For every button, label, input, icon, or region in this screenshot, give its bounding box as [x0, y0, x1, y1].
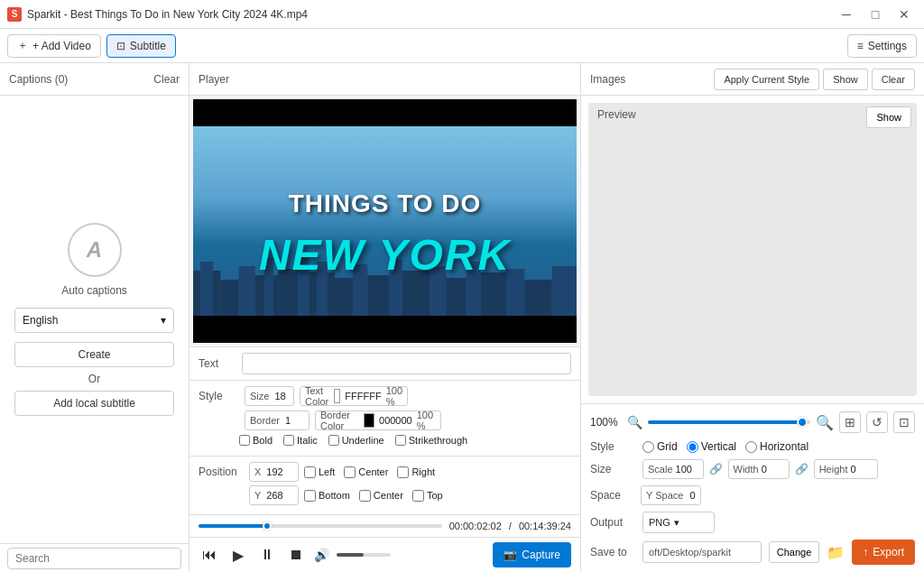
y-value: 268 [266, 490, 282, 501]
auto-icon-letter: A [87, 237, 102, 263]
volume-icon: 🔊 [314, 548, 329, 562]
volume-slider[interactable] [337, 553, 391, 557]
current-time: 00:00:02:02 [449, 521, 502, 531]
save-row: Save to oft/Desktop/sparkit Change 📁 ↑ E… [590, 540, 915, 565]
minimize-button[interactable]: ─ [834, 5, 859, 23]
x-position-checkboxes: Left Center Right [304, 466, 435, 478]
create-button[interactable]: Create [14, 342, 174, 367]
auto-captions-icon: A [68, 223, 122, 277]
add-video-label: + Add Video [32, 40, 91, 52]
maximize-button[interactable]: □ [863, 5, 888, 23]
captions-clear-button[interactable]: Clear [153, 73, 180, 86]
zoom-thumb [797, 417, 808, 428]
zoom-out-icon[interactable]: 🔍 [627, 415, 642, 429]
size-field: Size 18 [245, 386, 294, 406]
text-input[interactable] [242, 353, 571, 374]
settings-button[interactable]: ≡ Settings [847, 34, 917, 58]
border-color-pct: 100 % [417, 410, 436, 431]
images-header-buttons: Apply Current Style Show Clear [714, 69, 915, 90]
video-text-line2: NEW YORK [193, 230, 577, 280]
zoom-slider[interactable] [648, 420, 810, 424]
text-color-box[interactable] [334, 389, 340, 403]
capture-button[interactable]: 📷 Capture [493, 542, 571, 567]
zoom-in-icon[interactable]: 🔍 [816, 414, 834, 431]
style-radio-group: Grid Vertical Horizontal [642, 440, 808, 453]
images-header: Images Apply Current Style Show Clear [581, 63, 924, 96]
close-button[interactable]: ✕ [892, 5, 917, 23]
italic-checkbox[interactable]: Italic [283, 435, 318, 446]
style-row-2: Border 1 Border Color 000000 100 % [199, 411, 571, 430]
height-value: 0 [850, 464, 873, 475]
save-path: oft/Desktop/sparkit [642, 541, 762, 563]
search-input[interactable] [7, 548, 181, 569]
border-color-box[interactable] [364, 413, 374, 428]
zoom-original-button[interactable]: ⊡ [893, 411, 915, 433]
size-label: Size [250, 391, 269, 401]
style-row-checkboxes: Bold Italic Underline Strikethrough [199, 435, 571, 446]
toolbar: ＋ + Add Video ⊡ Subtitle ≡ Settings [0, 29, 924, 63]
bold-checkbox[interactable]: Bold [239, 435, 273, 446]
horizontal-radio[interactable]: Horizontal [745, 440, 808, 453]
strikethrough-checkbox[interactable]: Strikethrough [395, 435, 467, 446]
center-x-checkbox[interactable]: Center [344, 466, 388, 478]
grid-radio[interactable]: Grid [642, 440, 678, 453]
center-y-checkbox[interactable]: Center [359, 490, 403, 502]
size-ctrl-label: Size [590, 463, 635, 475]
window-controls: ─ □ ✕ [834, 5, 917, 23]
subtitle-icon: ⊡ [116, 40, 125, 52]
horizontal-label: Horizontal [760, 440, 808, 453]
apply-style-button[interactable]: Apply Current Style [714, 69, 819, 90]
underline-checkbox[interactable]: Underline [328, 435, 384, 446]
add-video-button[interactable]: ＋ + Add Video [7, 34, 101, 58]
captions-title: Captions (0) [9, 73, 68, 86]
main-layout: Captions (0) Clear A Auto captions Engli… [0, 63, 924, 572]
timeline-slider[interactable] [199, 524, 442, 528]
play-button[interactable]: ▶ [227, 544, 249, 566]
language-select[interactable]: English ▾ [14, 308, 174, 333]
vertical-radio[interactable]: Vertical [687, 440, 736, 453]
save-to-label: Save to [590, 546, 635, 558]
video-overlay-bottom [193, 316, 577, 343]
folder-icon[interactable]: 📁 [827, 544, 845, 561]
output-value: PNG [649, 517, 670, 528]
prev-frame-button[interactable]: ⏮ [199, 544, 220, 566]
export-button[interactable]: ↑ Export [852, 540, 915, 565]
scale-label: Scale [648, 464, 673, 475]
preview-show-button[interactable]: Show [866, 106, 911, 128]
images-clear-button[interactable]: Clear [872, 69, 915, 90]
bottom-checkbox[interactable]: Bottom [304, 490, 350, 502]
y-space-field: Y Space 0 [641, 485, 701, 505]
text-color-label: Text Color [305, 385, 328, 407]
scale-link-icon: 🔗 [709, 463, 723, 475]
zoom-fit-button[interactable]: ⊞ [839, 411, 861, 433]
right-checkbox[interactable]: Right [397, 466, 435, 478]
position-row-x: Position X 192 Left Center [199, 462, 571, 482]
width-field: Width 0 [728, 459, 790, 479]
add-video-icon: ＋ [17, 38, 28, 53]
images-show-button[interactable]: Show [823, 69, 868, 90]
pause-button[interactable]: ⏸ [256, 544, 278, 566]
video-container: THINGS TO DO NEW YORK [193, 99, 577, 343]
preview-area: Preview Show [588, 103, 917, 396]
position-row-y: Y 268 Bottom Center Top [199, 485, 571, 505]
style-ctrl-label: Style [590, 440, 635, 453]
capture-label: Capture [522, 549, 560, 561]
output-select[interactable]: PNG ▾ [642, 512, 715, 533]
text-color-field: Text Color FFFFFF 100 % [300, 386, 408, 406]
change-button[interactable]: Change [769, 541, 820, 563]
top-checkbox[interactable]: Top [412, 490, 443, 502]
subtitle-button[interactable]: ⊡ Subtitle [106, 34, 176, 58]
border-field: Border 1 [245, 411, 310, 430]
size-control-row: Size Scale 100 🔗 Width 0 🔗 Height 0 [590, 459, 915, 479]
stop-button[interactable]: ⏹ [285, 544, 307, 566]
volume-progress [337, 553, 364, 557]
export-icon: ↑ [863, 546, 868, 558]
position-label: Position [199, 466, 244, 478]
video-overlay-top [193, 99, 577, 126]
svg-rect-20 [524, 280, 551, 316]
left-checkbox[interactable]: Left [304, 466, 335, 478]
right-panel: Images Apply Current Style Show Clear Pr… [581, 63, 924, 572]
add-local-subtitle-button[interactable]: Add local subtitle [14, 391, 174, 416]
border-value: 1 [285, 415, 291, 426]
zoom-reset-button[interactable]: ↺ [866, 411, 888, 433]
